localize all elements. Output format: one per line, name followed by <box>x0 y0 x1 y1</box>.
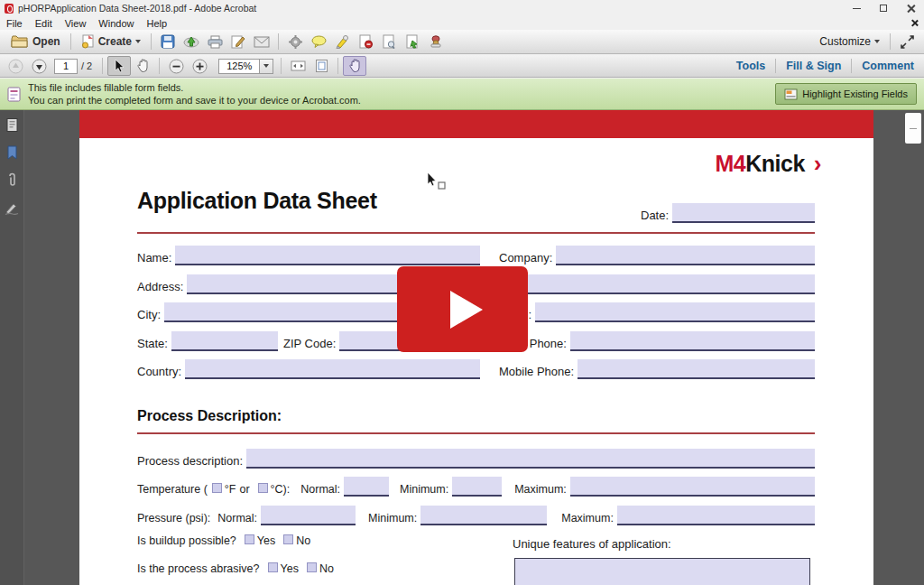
sign-document-button[interactable] <box>226 32 250 51</box>
pressure-maximum-field[interactable] <box>617 506 815 525</box>
bookmarks-icon[interactable] <box>6 145 18 160</box>
state-field[interactable] <box>171 331 278 351</box>
country-field[interactable] <box>185 359 480 379</box>
menu-view[interactable]: View <box>59 18 93 29</box>
process-description-field[interactable] <box>246 449 815 469</box>
page-up-icon <box>8 59 23 74</box>
abrasive-yes-checkbox[interactable] <box>268 562 278 572</box>
mobile-phone-label: Mobile Phone: <box>499 365 578 379</box>
or-label: or <box>239 483 253 497</box>
fit-page-button[interactable] <box>310 56 333 76</box>
highlight-fields-button[interactable]: Highlight Existing Fields <box>775 83 917 105</box>
buildup-yes-checkbox[interactable] <box>245 534 254 544</box>
attachments-icon[interactable] <box>6 172 18 189</box>
speech-bubble-icon <box>311 35 327 48</box>
hand-tool-button[interactable] <box>131 56 154 76</box>
menu-help[interactable]: Help <box>140 18 173 29</box>
zoom-out-button[interactable] <box>164 56 188 76</box>
next-page-button[interactable] <box>27 56 51 76</box>
open-button[interactable]: Open <box>5 33 66 51</box>
mobile-phone-field[interactable] <box>578 359 815 379</box>
abrasive-row: Is the process abrasive? Yes No <box>137 562 498 576</box>
fahrenheit-checkbox[interactable] <box>212 483 222 493</box>
zoom-in-button[interactable] <box>188 56 211 76</box>
fahrenheit-label: °F <box>225 483 240 497</box>
menu-file[interactable]: File <box>0 18 29 29</box>
create-icon <box>81 34 95 49</box>
create-button[interactable]: Create <box>76 32 146 51</box>
fit-width-button[interactable] <box>286 56 310 76</box>
pdf-preview-button[interactable] <box>377 32 401 51</box>
unique-features-field[interactable] <box>514 558 810 585</box>
pdf-export-button[interactable] <box>401 32 424 51</box>
logo-chevron-icon: › <box>814 150 821 178</box>
company-field[interactable] <box>556 246 815 265</box>
comment-bubble-button[interactable] <box>307 32 330 51</box>
date-label: Date: <box>641 209 672 223</box>
print-button[interactable] <box>203 32 226 51</box>
pressure-row: Pressure (psi): Normal: Minimum: Maximum… <box>137 506 815 525</box>
temperature-label: Temperature ( <box>137 483 208 497</box>
temp-maximum-field[interactable] <box>570 477 815 497</box>
pressure-minimum-label: Minimum: <box>368 512 420 525</box>
expand-toolbar-button[interactable] <box>895 32 919 51</box>
address-label: Address: <box>137 280 187 294</box>
fill-sign-panel-button[interactable]: Fill & Sign <box>776 60 851 72</box>
video-play-button[interactable] <box>397 266 528 352</box>
fit-width-icon <box>291 60 306 72</box>
gear-icon <box>289 35 302 49</box>
work-phone-field[interactable] <box>570 331 815 351</box>
page-number-input[interactable]: 1 <box>54 59 78 74</box>
temp-minimum-field[interactable] <box>452 477 502 497</box>
zoom-level-input[interactable]: 125% <box>218 59 260 74</box>
menu-edit[interactable]: Edit <box>29 18 59 29</box>
fill-sign-hand-button[interactable] <box>343 56 366 76</box>
pdf-preview-icon <box>383 34 396 49</box>
sign-document-icon <box>231 34 245 49</box>
signatures-icon[interactable] <box>5 201 19 215</box>
previous-page-button[interactable] <box>4 56 27 76</box>
window-title: pHORPApplication Data Sheet-2018.pdf - A… <box>18 3 256 14</box>
process-description-row: Process description: <box>137 449 815 469</box>
pdf-remove-icon <box>359 34 373 49</box>
stamp-button[interactable] <box>424 32 448 51</box>
menu-window[interactable]: Window <box>92 18 140 29</box>
date-field[interactable] <box>672 203 815 223</box>
name-field[interactable] <box>175 246 480 265</box>
email-field[interactable] <box>535 302 815 322</box>
save-button[interactable] <box>156 32 180 51</box>
notice-line-1: This file includes fillable form fields. <box>28 81 361 94</box>
buildup-no-checkbox[interactable] <box>283 534 293 544</box>
mobile-phone-row: Mobile Phone: <box>499 359 815 379</box>
minimize-button[interactable] <box>843 0 870 16</box>
temp-normal-field[interactable] <box>344 477 389 497</box>
close-button[interactable] <box>897 0 924 16</box>
gear-button[interactable] <box>283 32 307 51</box>
page-header-band <box>79 110 873 138</box>
abrasive-yes-label: Yes <box>281 562 302 576</box>
upload-cloud-button[interactable] <box>180 32 203 51</box>
document-area: M4Knick › Application Data Sheet Date: N… <box>0 110 924 585</box>
pressure-normal-field[interactable] <box>261 506 356 525</box>
celsius-checkbox[interactable] <box>258 483 268 493</box>
comment-panel-button[interactable]: Comment <box>852 60 924 72</box>
notice-text: This file includes fillable form fields.… <box>28 81 361 107</box>
pdf-delete-button[interactable] <box>354 32 377 51</box>
close-document-icon[interactable] <box>910 18 920 28</box>
vertical-scrollbar-thumb[interactable] <box>905 113 921 144</box>
abrasive-no-checkbox[interactable] <box>307 562 317 572</box>
highlighter-button[interactable] <box>330 32 354 51</box>
zoom-dropdown-button[interactable] <box>260 59 273 74</box>
buildup-yes-label: Yes <box>257 534 279 548</box>
email-button[interactable] <box>250 32 273 51</box>
diagonal-arrows-icon <box>901 35 914 49</box>
close-icon <box>907 5 915 13</box>
customize-button[interactable]: Customize <box>814 33 885 50</box>
pressure-maximum-label: Maximum: <box>561 512 617 525</box>
pressure-minimum-field[interactable] <box>420 506 547 525</box>
tools-panel-button[interactable]: Tools <box>726 60 775 72</box>
title-field[interactable] <box>528 274 815 294</box>
page-thumbnails-icon[interactable] <box>5 117 19 133</box>
select-tool-button[interactable] <box>107 56 131 76</box>
maximize-button[interactable] <box>870 0 897 16</box>
